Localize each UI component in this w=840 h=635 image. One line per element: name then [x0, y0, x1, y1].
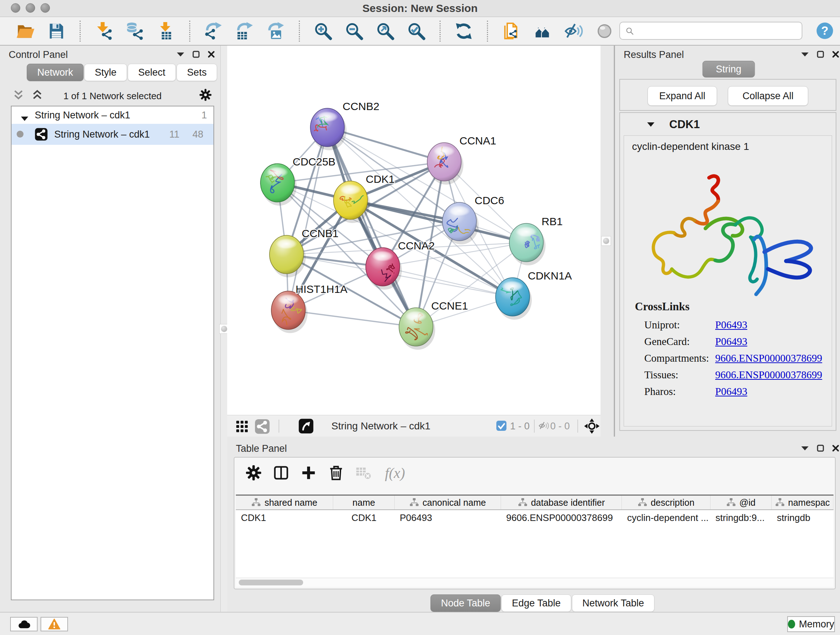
add-column-icon — [300, 464, 317, 481]
network-edge[interactable] — [383, 267, 513, 297]
export-table-button[interactable] — [235, 22, 254, 41]
tab-network[interactable]: Network — [27, 64, 84, 81]
delete-table-button[interactable] — [355, 464, 372, 481]
detach-view-icon[interactable] — [298, 418, 314, 435]
crosslink-row: Compartments:9606.ENSP00000378699 — [644, 352, 822, 364]
add-column-button[interactable] — [300, 464, 317, 481]
crosslinks-heading: CrossLinks — [635, 300, 690, 313]
import-network-database-button[interactable] — [126, 22, 144, 41]
network-node-CDKN1A[interactable]: CDKN1A — [493, 270, 572, 320]
zoom-selected-button[interactable] — [407, 22, 426, 41]
zoom-fit-icon — [376, 22, 395, 41]
network-view-canvas[interactable]: CCNB2 CCNA1 CDC25B CDK1 CDC6 RB1 CCNB1 — [227, 46, 600, 415]
table-cell[interactable]: P06493 — [395, 510, 501, 525]
collapse-all-button[interactable]: Collapse All — [728, 86, 808, 106]
crosslink-value-link[interactable]: P06493 — [715, 386, 747, 397]
column-header-namespac[interactable]: namespac — [772, 496, 834, 509]
birdseye-view-icon[interactable] — [235, 420, 249, 435]
column-header-database-identifier[interactable]: database identifier — [501, 496, 622, 509]
expand-all-button[interactable]: Expand All — [647, 86, 717, 106]
table-cell[interactable]: 9606.ENSP00000378699 — [501, 510, 622, 525]
warning-status-button[interactable] — [41, 617, 68, 631]
panel-close-icon[interactable] — [208, 51, 215, 58]
window-title: Session: New Session — [0, 0, 840, 17]
show-structures-button[interactable] — [595, 22, 614, 41]
table-cell[interactable]: CDK1 — [236, 510, 333, 525]
table-cell[interactable]: stringdb — [772, 510, 834, 525]
tab-edge-table[interactable]: Edge Table — [501, 594, 571, 612]
network-options-gear-icon[interactable] — [199, 88, 212, 103]
table-row[interactable]: CDK1CDK1P064939606.ENSP00000378699cyclin… — [236, 510, 834, 525]
tab-sets[interactable]: Sets — [177, 64, 217, 81]
right-splitter-handle[interactable] — [601, 236, 611, 246]
delete-row-button[interactable] — [328, 464, 344, 481]
import-table-button[interactable] — [156, 22, 175, 41]
export-network-button[interactable] — [204, 22, 223, 41]
crosslink-value-link[interactable]: 9606.ENSP00000378699 — [715, 352, 822, 364]
apply-layout-button[interactable] — [454, 22, 473, 41]
network-node-CCNA1[interactable]: CCNA1 — [427, 135, 496, 185]
table-settings-gear-button[interactable] — [245, 464, 262, 481]
column-header-shared-name[interactable]: shared name — [236, 496, 333, 509]
tab-network-table[interactable]: Network Table — [572, 594, 655, 612]
network-row[interactable]: String Network – cdk1 11 48 — [11, 124, 213, 145]
search-input[interactable] — [619, 22, 802, 40]
panel-float-icon[interactable] — [817, 445, 824, 452]
panel-float-icon[interactable] — [817, 51, 824, 58]
node-label-HIST1H1A: HIST1H1A — [295, 283, 347, 295]
panel-menu-arrow-icon[interactable] — [177, 52, 185, 57]
network-node-HIST1H1A[interactable]: HIST1H1A — [271, 283, 347, 333]
panel-close-icon[interactable] — [832, 445, 839, 452]
string-panel-toggle-icon[interactable] — [255, 419, 270, 435]
column-header-description[interactable]: description — [622, 496, 710, 509]
protein-header-row[interactable]: CDK1 — [620, 113, 836, 135]
string-file-button[interactable] — [502, 22, 521, 41]
crosslink-value-link[interactable]: 9606.ENSP00000378699 — [715, 369, 822, 380]
protein-expand-arrow-icon[interactable] — [647, 122, 655, 128]
formula-fx-button[interactable]: f(x) — [383, 464, 405, 481]
zoom-fit-button[interactable] — [376, 22, 395, 41]
show-columns-button[interactable] — [273, 464, 289, 481]
column-header-canonical-name[interactable]: canonical name — [395, 496, 501, 509]
network-node-RB1[interactable]: RB1 — [509, 215, 562, 265]
export-image-button[interactable] — [266, 22, 285, 41]
glass-effect-button[interactable] — [564, 22, 583, 41]
tab-node-table[interactable]: Node Table — [431, 594, 501, 612]
open-session-button[interactable] — [16, 22, 35, 41]
table-cell[interactable]: cyclin-dependent ... — [622, 510, 710, 525]
table-cell[interactable]: stringdb:9... — [711, 510, 772, 525]
network-node-CDC6[interactable]: CDC6 — [442, 195, 504, 244]
tab-style[interactable]: Style — [84, 64, 127, 81]
string-home-button[interactable] — [533, 22, 552, 41]
network-node-CDK1[interactable]: CDK1 — [333, 173, 395, 223]
fit-content-crosshair-icon[interactable] — [584, 418, 600, 435]
panel-float-icon[interactable] — [193, 51, 200, 58]
panel-menu-arrow-icon[interactable] — [801, 446, 809, 451]
memory-button[interactable]: Memory — [787, 616, 835, 632]
save-session-button[interactable] — [47, 22, 66, 41]
scrollbar-thumb[interactable] — [239, 580, 303, 585]
network-edge[interactable] — [327, 127, 416, 327]
collection-expand-arrow-icon[interactable] — [21, 112, 28, 124]
network-collection-row[interactable]: String Network – cdk1 1 — [11, 106, 213, 124]
tab-string[interactable]: String — [703, 61, 755, 78]
zoom-in-button[interactable] — [314, 22, 332, 41]
table-horizontal-scrollbar[interactable] — [236, 578, 834, 587]
tab-select[interactable]: Select — [128, 64, 176, 81]
panel-menu-arrow-icon[interactable] — [801, 52, 809, 57]
node-table[interactable]: shared namenamecanonical namedatabase id… — [236, 494, 834, 578]
crosslink-value-link[interactable]: P06493 — [715, 336, 747, 347]
node-table-container: f(x) shared namenamecanonical namedataba… — [234, 457, 836, 589]
column-header-id[interactable]: @id — [711, 496, 772, 509]
selected-checkbox-icon[interactable] — [496, 420, 507, 433]
protein-structure-image — [631, 171, 827, 297]
help-button[interactable]: ? — [815, 21, 834, 40]
crosslink-value-link[interactable]: P06493 — [715, 319, 747, 331]
cloud-status-button[interactable] — [10, 617, 38, 631]
column-header-name[interactable]: name — [333, 496, 395, 509]
table-cell[interactable]: CDK1 — [333, 510, 395, 525]
panel-close-icon[interactable] — [832, 51, 839, 58]
zoom-out-button[interactable] — [345, 22, 363, 41]
network-node-CCNE1[interactable]: CCNE1 — [399, 300, 468, 350]
import-network-file-button[interactable] — [95, 22, 113, 41]
